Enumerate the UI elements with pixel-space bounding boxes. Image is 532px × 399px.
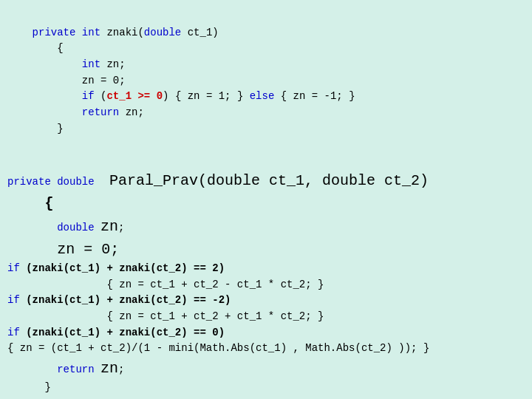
keyword-if-4: if [7,327,20,338]
keyword-private: private [33,27,76,38]
line-12: if (znaki(ct_1) + znaki(ct_2) == 2) [7,262,225,274]
keyword-if-1: if [82,90,95,102]
method-name: Paral_Prav(double ct_1, double ct_2) [100,172,429,189]
keyword-private-2: private [7,176,51,188]
condition-3: (znaki(ct_1) + znaki(ct_2) == 0) [26,327,225,338]
line-16: if (znaki(ct_1) + znaki(ct_2) == 0) [7,327,225,338]
open-brace: { [44,195,53,212]
line-blank1 [7,139,13,151]
keyword-double-2: double [57,176,94,188]
line-3: int zn; [7,58,126,70]
condition-ct1: ct_1 >= 0 [106,90,163,102]
keyword-else: else [250,90,275,102]
line-18: return zn; [7,364,124,375]
keyword-if-3: if [7,294,20,306]
keyword-double-3: double [57,222,94,233]
line-9: { [7,199,53,211]
line-14: if (znaki(ct_1) + znaki(ct_2) == -2) [7,294,231,306]
keyword-int: int [82,27,100,38]
line-13: { zn = ct_1 + ct_2 - ct_1 * ct_2; } [7,279,324,290]
var-zn-assign: zn = 0; [57,241,119,258]
return-zn: zn [100,360,118,377]
line-2: { [7,42,64,54]
line-1: private int znaki(double ct_1) [7,27,219,38]
line-6: return zn; [7,106,144,118]
line-15: { zn = ct_1 + ct_2 + ct_1 * ct_2; } [7,310,324,322]
keyword-int-2: int [82,58,100,70]
var-zn-1: zn [100,218,118,235]
keyword-if-2: if [7,262,20,274]
keyword-return-1: return [82,106,119,118]
line-8: private double Paral_Prav(double ct_1, d… [7,176,429,188]
line-17: { zn = (ct_1 + ct_2)/(1 - mini(Math.Abs(… [7,342,429,354]
keyword-double-1: double [144,27,181,38]
line-4: zn = 0; [7,75,126,86]
line-5: if (ct_1 >= 0) { zn = 1; } else { zn = -… [7,90,355,102]
code-display: private int znaki(double ct_1) { int zn;… [0,6,532,399]
condition-2: (znaki(ct_1) + znaki(ct_2) == -2) [26,294,231,306]
keyword-return-2: return [57,364,94,375]
line-11: zn = 0; [7,245,119,256]
line-7: } [7,123,64,134]
line-blank2 [7,154,13,166]
condition-1: (znaki(ct_1) + znaki(ct_2) == 2) [26,262,225,274]
line-19: } [7,381,51,393]
line-10: double zn; [7,222,124,233]
